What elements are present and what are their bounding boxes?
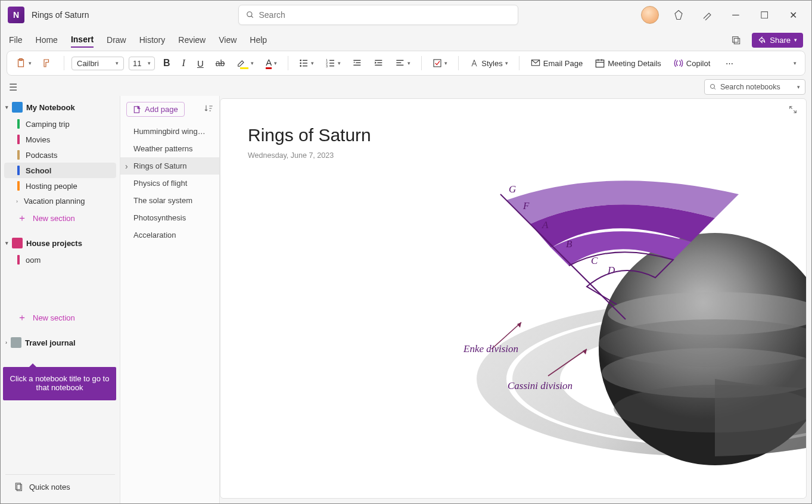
ring-label-a: A — [542, 219, 548, 231]
svg-rect-19 — [356, 63, 361, 63]
page-item[interactable]: Photosynthesis — [120, 209, 219, 226]
svg-rect-15 — [329, 63, 334, 63]
svg-point-6 — [300, 60, 302, 61]
main-layout: ▾ My Notebook Camping trip Movies Podcas… — [1, 96, 811, 503]
menu-draw[interactable]: Draw — [107, 33, 126, 47]
section-podcasts[interactable]: Podcasts — [1, 147, 120, 163]
numbering-button[interactable]: 123▾ — [322, 56, 344, 70]
page-item[interactable]: Physics of flight — [120, 175, 219, 192]
page-item[interactable]: Hummingbird wing… — [120, 123, 219, 140]
bold-button[interactable]: B — [160, 55, 174, 71]
share-button[interactable]: Share ▾ — [752, 33, 803, 48]
draw-mode-icon[interactable] — [698, 6, 716, 24]
font-color-button[interactable]: A▾ — [262, 55, 281, 71]
section-truncated[interactable]: oom — [1, 252, 120, 267]
nav-toggle-icon[interactable]: ☰ — [7, 79, 20, 95]
page-item[interactable]: Accelaration — [120, 226, 219, 244]
svg-rect-3 — [735, 38, 740, 43]
svg-line-1 — [251, 16, 253, 18]
section-camping-trip[interactable]: Camping trip — [1, 116, 120, 132]
minimize-button[interactable]: ─ — [727, 6, 745, 24]
page-list-panel: Add page Hummingbird wing… Weather patte… — [120, 96, 220, 503]
fullscreen-icon[interactable] — [788, 105, 798, 117]
notebook-icon — [12, 238, 23, 248]
ribbon-toolbar: ▾ Cailbri▾ 11▾ B I U ab ▾ A▾ ▾ 123▾ ▾ ▾ … — [7, 51, 805, 76]
paste-button[interactable]: ▾ — [12, 55, 35, 71]
meeting-details-button[interactable]: Meeting Details — [591, 55, 665, 71]
annotation-enke: Enke division — [463, 343, 518, 355]
format-painter-button[interactable] — [39, 55, 57, 71]
svg-rect-24 — [397, 60, 404, 61]
new-section-button-2[interactable]: ＋New section — [1, 308, 120, 328]
search-box[interactable]: Search — [238, 5, 518, 25]
ring-label-g: G — [509, 183, 516, 195]
menu-history[interactable]: History — [139, 33, 166, 47]
notebook-header-my-notebook[interactable]: ▾ My Notebook — [1, 96, 120, 116]
menu-review[interactable]: Review — [178, 33, 206, 47]
ring-label-f: F — [523, 200, 529, 212]
svg-point-33 — [711, 85, 715, 89]
section-hosting-people[interactable]: Hosting people — [1, 178, 120, 194]
new-section-button[interactable]: ＋New section — [1, 209, 120, 228]
notebook-icon — [11, 337, 21, 348]
copy-icon — [14, 482, 23, 491]
svg-rect-13 — [329, 60, 334, 61]
notebook-name: Travel journal — [25, 338, 76, 347]
user-avatar[interactable] — [641, 6, 659, 24]
notebook-search-box[interactable]: Search notebooks ▾ — [704, 79, 805, 95]
email-page-button[interactable]: Email Page — [527, 56, 586, 70]
add-page-button[interactable]: Add page — [126, 102, 185, 117]
page-item[interactable]: The solar system — [120, 192, 219, 209]
ring-label-c: C — [591, 255, 598, 267]
svg-rect-22 — [378, 63, 382, 63]
outdent-button[interactable] — [349, 56, 366, 70]
todo-tag-button[interactable]: ▾ — [429, 56, 451, 70]
add-page-label: Add page — [145, 105, 178, 114]
menu-insert[interactable]: Insert — [71, 32, 94, 48]
bullets-button[interactable]: ▾ — [295, 56, 318, 70]
font-size-select[interactable]: 11▾ — [129, 57, 155, 70]
title-bar: N Rings of Saturn Search ─ ☐ ✕ — [1, 1, 811, 29]
notebook-header-travel-journal[interactable]: › Travel journal — [1, 331, 120, 351]
menu-help[interactable]: Help — [250, 33, 267, 47]
section-vacation-planning[interactable]: ›Vacation planning — [1, 194, 120, 209]
more-options-button[interactable]: ⋯ — [722, 57, 737, 70]
strikethrough-button[interactable]: ab — [212, 56, 229, 70]
search-placeholder: Search — [259, 10, 285, 20]
indent-button[interactable] — [371, 56, 387, 70]
share-icon — [758, 36, 766, 44]
quick-notes-button[interactable]: Quick notes — [5, 474, 115, 499]
close-button[interactable]: ✕ — [784, 6, 802, 24]
highlight-button[interactable]: ▾ — [233, 55, 257, 71]
notebook-name: House projects — [26, 239, 82, 248]
copilot-button[interactable]: Copilot — [670, 55, 714, 71]
page-title[interactable]: Rings of Saturn — [220, 99, 806, 148]
premium-icon[interactable] — [670, 6, 687, 24]
page-item-selected[interactable]: Rings of Saturn — [120, 157, 219, 175]
page-canvas[interactable]: Rings of Saturn Wednesday, June 7, 2023 — [220, 98, 807, 499]
underline-button[interactable]: U — [194, 56, 207, 71]
svg-rect-7 — [303, 60, 307, 61]
section-school[interactable]: School — [4, 163, 116, 178]
svg-rect-20 — [354, 65, 361, 66]
italic-button[interactable]: I — [179, 55, 189, 71]
menu-view[interactable]: View — [219, 33, 237, 47]
svg-rect-29 — [596, 60, 604, 67]
sort-pages-button[interactable] — [204, 104, 213, 116]
maximize-button[interactable]: ☐ — [755, 6, 773, 24]
menu-home[interactable]: Home — [36, 33, 58, 47]
ribbon-expand-button[interactable]: ▾ — [790, 58, 800, 69]
svg-rect-18 — [354, 60, 361, 61]
notebook-search-placeholder: Search notebooks — [720, 83, 780, 91]
section-movies[interactable]: Movies — [1, 132, 120, 147]
svg-rect-17 — [329, 66, 334, 66]
styles-button[interactable]: Styles▾ — [466, 56, 511, 70]
menu-file[interactable]: File — [9, 33, 23, 47]
notebook-header-house-projects[interactable]: ▾ House projects — [1, 232, 120, 252]
font-select[interactable]: Cailbri▾ — [71, 57, 124, 70]
open-in-new-window-icon[interactable] — [727, 31, 745, 49]
quick-notes-label: Quick notes — [29, 483, 70, 491]
page-item[interactable]: Weather patterns — [120, 140, 219, 157]
svg-line-34 — [714, 88, 716, 90]
align-button[interactable]: ▾ — [392, 56, 414, 70]
